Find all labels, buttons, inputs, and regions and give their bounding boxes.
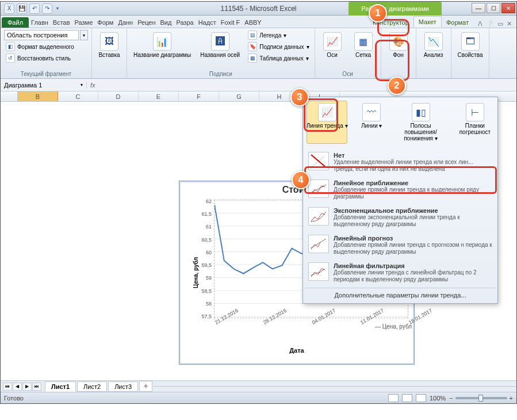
tab-chart-layout[interactable]: Макет — [413, 16, 442, 28]
chart-x-axis-label: Дата — [289, 347, 304, 354]
insert-button[interactable]: 🖼Вставка — [95, 30, 123, 60]
svg-line-12 — [311, 185, 326, 193]
file-tab[interactable]: Файл — [2, 17, 29, 28]
tab-review[interactable]: Рецен — [135, 17, 158, 28]
tab-abbyy[interactable]: ABBY — [242, 17, 263, 28]
gridlines-button[interactable]: ▦Сетка — [350, 30, 377, 60]
trendline-option-linear[interactable]: Линейное приближениеДобавление прямой ли… — [304, 176, 496, 204]
trendline-option-forecast[interactable]: Линейный прогнозДобавление прямой линии … — [304, 231, 496, 259]
sheet-nav-next[interactable]: ▶ — [22, 383, 32, 391]
col-header-f[interactable]: F — [179, 91, 219, 101]
qat-dropdown-icon[interactable]: ▾ — [55, 3, 60, 14]
zoom-level[interactable]: 100% — [430, 395, 446, 402]
group-axes: Оси — [319, 70, 377, 77]
view-pagebreak-button[interactable] — [416, 394, 426, 402]
tab-foxit[interactable]: Foxit F — [219, 17, 243, 28]
restore-workbook-icon[interactable]: ▭ — [497, 20, 503, 28]
ribbon-tabs: Файл Главн Встав Разме Форм Данн Рецен В… — [1, 16, 516, 28]
trendline-more-options[interactable]: Дополнительные параметры линии тренда... — [304, 288, 496, 302]
sheet-tab-3[interactable]: Лист3 — [108, 381, 138, 392]
svg-line-11 — [311, 155, 326, 167]
col-header-d[interactable]: D — [98, 91, 139, 101]
trendline-dropdown-panel: 📈Линия тренда ▾ 〰Линии ▾ ▮▯Полосы повыше… — [302, 97, 498, 304]
tab-addins[interactable]: Надст — [196, 17, 219, 28]
close-workbook-icon[interactable]: ✕ — [507, 20, 512, 28]
sheet-nav-last[interactable]: ⏭ — [32, 383, 41, 391]
minimize-button[interactable]: — — [472, 3, 485, 13]
view-normal-button[interactable] — [388, 394, 399, 402]
tab-data[interactable]: Данн — [116, 17, 135, 28]
col-header-g[interactable]: G — [219, 91, 259, 101]
axes-button[interactable]: 📈Оси — [319, 30, 346, 60]
sheet-tab-1[interactable]: Лист1 — [45, 381, 76, 392]
status-bar: Готово 100% − + — [1, 392, 516, 403]
sheet-nav-prev[interactable]: ◀ — [13, 383, 22, 391]
col-header-e[interactable]: E — [139, 91, 179, 101]
undo-icon[interactable]: ↶ — [29, 3, 40, 14]
formula-input[interactable] — [99, 80, 513, 90]
chart-tools-context: Работа с диаграммами — [349, 2, 442, 16]
trendline-option-exponential[interactable]: Экспоненциальное приближениеДобавление э… — [304, 204, 496, 231]
minimize-ribbon-icon[interactable]: ᐱ — [478, 20, 482, 28]
zoom-out-button[interactable]: − — [449, 395, 453, 402]
zoom-slider[interactable] — [455, 397, 507, 399]
properties-button[interactable]: 🗔Свойства — [455, 30, 486, 60]
save-icon[interactable]: 💾 — [17, 3, 27, 14]
tab-chart-format[interactable]: Формат — [442, 17, 473, 28]
title-bar: X 💾 ↶ ↷ ▾ 111545 - Microsoft Excel Работ… — [1, 2, 516, 16]
analysis-button[interactable]: 📉Анализ — [420, 30, 447, 60]
tab-pagelayout[interactable]: Разме — [72, 17, 95, 28]
data-table-button[interactable]: ▦Таблица данных ▾ — [246, 53, 311, 63]
callout-4: 4 — [292, 171, 310, 189]
fx-icon[interactable]: fx — [90, 82, 95, 89]
select-all-corner[interactable] — [1, 91, 18, 101]
callout-2: 2 — [388, 77, 406, 95]
excel-icon: X — [4, 3, 14, 14]
trendline-option-none[interactable]: НетУдаление выделенной линии тренда или … — [304, 148, 496, 176]
background-button[interactable]: 🎨Фон — [385, 30, 412, 60]
name-box[interactable]: Диаграмма 1 — [4, 82, 42, 89]
status-text: Готово — [4, 395, 24, 402]
col-header-b[interactable]: B — [18, 91, 58, 101]
data-labels-button[interactable]: 🔖Подписи данных ▾ — [246, 41, 311, 52]
ribbon: ▾ ◧Формат выделенного ↺Восстановить стил… — [1, 28, 516, 79]
tab-formulas[interactable]: Форм — [95, 17, 116, 28]
callout-1: 1 — [369, 4, 387, 22]
sheet-nav-first[interactable]: ⏮ — [3, 383, 12, 391]
chart-title-button[interactable]: 📊Название диаграммы — [131, 30, 194, 60]
chart-y-ticks: 6261,56160,56059,55958,55857,5 — [190, 198, 212, 319]
new-sheet-button[interactable]: ✧ — [139, 381, 152, 392]
formula-bar: Диаграмма 1▾ fx — [1, 79, 516, 91]
help-icon[interactable]: ❔ — [486, 20, 494, 28]
tab-insert[interactable]: Встав — [51, 17, 72, 28]
tab-home[interactable]: Главн — [29, 17, 51, 28]
tab-view[interactable]: Вид — [158, 17, 174, 28]
error-bars-button[interactable]: ⊢Планки погрешност — [456, 101, 494, 144]
chart-element-selector[interactable] — [4, 30, 79, 40]
redo-icon[interactable]: ↷ — [42, 3, 52, 14]
legend-button[interactable]: ▤Легенда ▾ — [246, 30, 311, 40]
tab-developer[interactable]: Разра — [174, 17, 196, 28]
col-header-c[interactable]: C — [58, 91, 98, 101]
format-selection-button[interactable]: ◧Формат выделенного — [4, 41, 88, 52]
maximize-button[interactable]: ☐ — [487, 3, 500, 13]
group-current-selection: Текущий фрагмент — [4, 70, 88, 77]
sheet-tab-bar: ⏮ ◀ ▶ ⏭ Лист1 Лист2 Лист3 ✧ — [1, 380, 516, 392]
zoom-in-button[interactable]: + — [510, 395, 513, 402]
sheet-tab-2[interactable]: Лист2 — [77, 381, 107, 392]
trendline-button[interactable]: 📈Линия тренда ▾ — [307, 101, 347, 144]
reset-style-button[interactable]: ↺Восстановить стиль — [4, 53, 88, 63]
trendline-option-moving-average[interactable]: Линейная фильтрацияДобавление линии трен… — [304, 259, 496, 287]
updown-bars-button[interactable]: ▮▯Полосы повышения/понижения ▾ — [396, 101, 446, 144]
window-title: 111545 - Microsoft Excel — [220, 5, 296, 13]
svg-line-13 — [311, 239, 326, 248]
chart-legend[interactable]: — Цена, рубл — [375, 323, 412, 330]
lines-button[interactable]: 〰Линии ▾ — [358, 101, 385, 144]
group-labels: Подписи — [131, 70, 311, 77]
view-pagelayout-button[interactable] — [402, 394, 412, 402]
axis-titles-button[interactable]: 🅰Названия осей — [197, 30, 243, 60]
chart-element-dropdown-icon[interactable]: ▾ — [80, 30, 88, 40]
close-button[interactable]: ✕ — [501, 3, 515, 13]
callout-3: 3 — [290, 88, 309, 106]
